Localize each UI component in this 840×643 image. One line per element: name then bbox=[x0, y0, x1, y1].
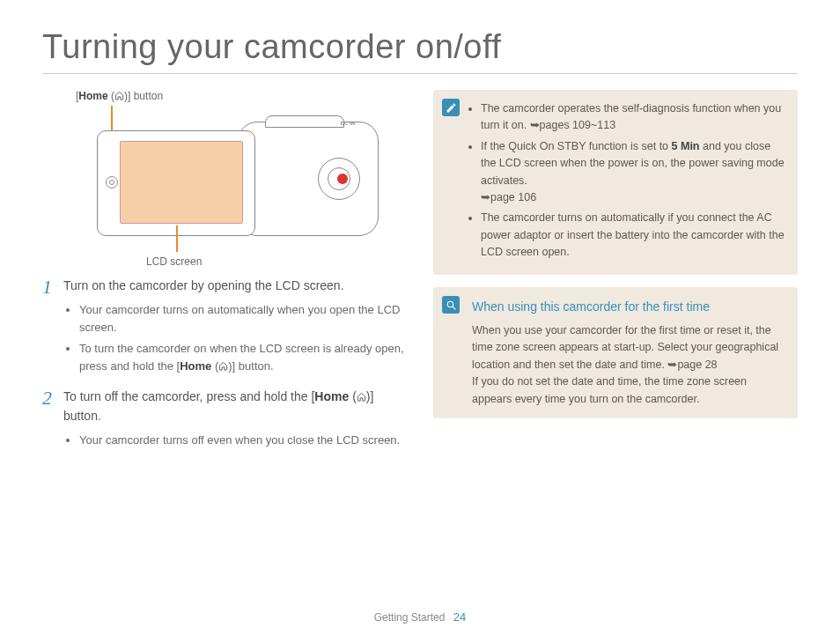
bullet: To turn the camcorder on when the LCD sc… bbox=[79, 340, 407, 375]
page-title: Turning your camcorder on/off bbox=[42, 28, 798, 74]
steps-list: 1 Turn on the camcorder by opening the L… bbox=[42, 277, 407, 453]
home-button-graphic bbox=[106, 176, 118, 188]
page: Turning your camcorder on/off [Home ()] … bbox=[0, 0, 840, 462]
diagram-wrapper: [Home ()] button DC IN LCD screen bbox=[70, 90, 407, 255]
note-list: The camcorder operates the self-diagnosi… bbox=[446, 100, 785, 261]
dc-in-label: DC IN bbox=[341, 121, 355, 126]
content-columns: [Home ()] button DC IN LCD screen bbox=[42, 90, 798, 462]
step-lead: Turn on the camcorder by opening the LCD… bbox=[63, 277, 407, 296]
footer-section: Getting Started bbox=[374, 611, 446, 624]
camera-body: DC IN bbox=[238, 122, 379, 236]
note-item: The camcorder operates the self-diagnosi… bbox=[481, 100, 785, 135]
step-2: 2 To turn off the camcorder, press and h… bbox=[42, 388, 407, 453]
magnifier-icon bbox=[446, 299, 457, 311]
note-paragraph: When you use your camcorder for the firs… bbox=[472, 322, 785, 373]
bullet: Your camcorder turns on automatically wh… bbox=[79, 301, 407, 336]
note-item: The camcorder turns on automatically if … bbox=[481, 210, 785, 261]
note-heading: When using this camcorder for the first … bbox=[472, 298, 785, 317]
note-box-firsttime: When using this camcorder for the first … bbox=[433, 287, 798, 418]
step-bullets: Your camcorder turns off even when you c… bbox=[63, 432, 407, 449]
right-column: The camcorder operates the self-diagnosi… bbox=[433, 90, 798, 462]
note-text: The camcorder operates the self-diagnosi… bbox=[481, 102, 781, 131]
home-icon bbox=[357, 392, 366, 402]
page-footer: Getting Started 24 bbox=[0, 610, 840, 624]
step-1: 1 Turn on the camcorder by opening the L… bbox=[42, 277, 407, 379]
home-icon bbox=[114, 91, 124, 100]
footer-page-number: 24 bbox=[453, 610, 466, 624]
note-paragraph: If you do not set the date and time, the… bbox=[472, 373, 785, 408]
bold-text: 5 Min bbox=[672, 140, 700, 152]
note-icon bbox=[442, 99, 460, 116]
svg-point-0 bbox=[447, 301, 453, 307]
note-item: If the Quick On STBY function is set to … bbox=[481, 138, 785, 207]
home-word: Home bbox=[314, 389, 349, 403]
note-icon bbox=[442, 296, 460, 314]
svg-line-1 bbox=[453, 307, 455, 309]
callout-home-word: Home bbox=[78, 90, 107, 102]
pencil-icon bbox=[446, 102, 457, 114]
page-ref: ➥pages 109~113 bbox=[530, 119, 616, 131]
step-lead: To turn off the camcorder, press and hol… bbox=[63, 388, 407, 425]
step-number: 1 bbox=[42, 277, 63, 379]
callout-rest: ()] button bbox=[108, 90, 163, 102]
left-column: [Home ()] button DC IN LCD screen bbox=[42, 90, 407, 462]
step-body: Turn on the camcorder by opening the LCD… bbox=[63, 277, 407, 379]
home-word: Home bbox=[180, 359, 211, 373]
step-bullets: Your camcorder turns on automatically wh… bbox=[63, 301, 407, 376]
step-number: 2 bbox=[42, 388, 63, 453]
camcorder-diagram: DC IN LCD screen bbox=[70, 106, 387, 255]
lcd-screen bbox=[120, 141, 243, 224]
note-text: If the Quick On STBY function is set to bbox=[481, 140, 672, 152]
note-box-info: The camcorder operates the self-diagnosi… bbox=[433, 90, 798, 275]
lead-pre: To turn off the camcorder, press and hol… bbox=[63, 389, 314, 403]
pointer-line-lcd bbox=[176, 225, 178, 252]
home-icon bbox=[218, 361, 228, 371]
home-button-callout: [Home ()] button bbox=[76, 90, 407, 102]
step-body: To turn off the camcorder, press and hol… bbox=[63, 388, 407, 453]
bullet: Your camcorder turns off even when you c… bbox=[79, 432, 407, 449]
lcd-screen-callout: LCD screen bbox=[146, 255, 202, 268]
record-button-icon bbox=[337, 174, 348, 184]
page-ref: ➥page 106 bbox=[481, 191, 536, 203]
camera-top bbox=[265, 115, 344, 128]
